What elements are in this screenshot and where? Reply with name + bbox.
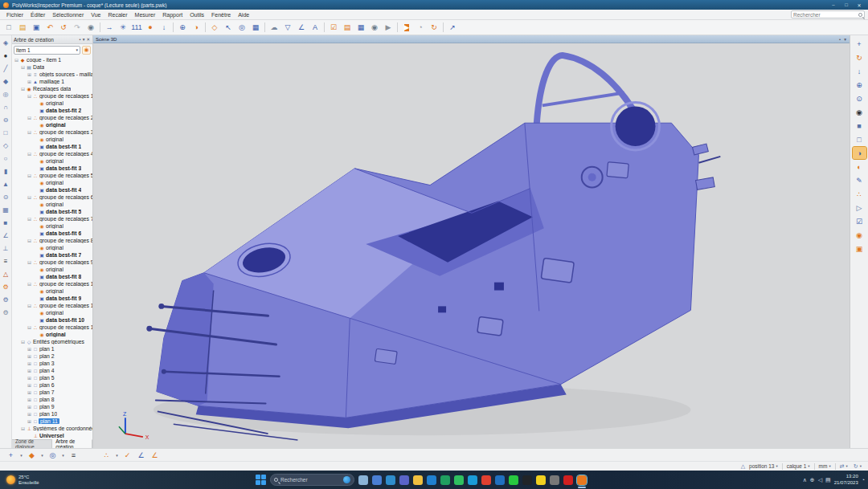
tree-item[interactable]: ⊟ ◇ Entités géométriques bbox=[12, 338, 92, 345]
gear-wheel-icon[interactable]: ⚙ bbox=[1, 308, 11, 318]
probe-point-button[interactable]: ▽ bbox=[281, 21, 294, 34]
slot-icon[interactable]: ⊖ bbox=[1, 115, 11, 125]
hand-pick-button[interactable]: ▷ bbox=[853, 202, 866, 214]
units-dropdown[interactable]: mm ▾ bbox=[817, 463, 833, 469]
probe-position-button[interactable]: + bbox=[5, 449, 17, 461]
zoom-out-button[interactable]: ⊙ bbox=[853, 92, 866, 104]
tree-item[interactable]: ⊞ □ plan 2 bbox=[12, 352, 92, 360]
tree-item[interactable]: ⊟ ∴ groupe de recalages 8 bbox=[12, 237, 92, 244]
tree-item[interactable]: ▣ data best-fit 9 bbox=[12, 295, 92, 302]
teamviewer-icon[interactable] bbox=[468, 475, 477, 485]
tree-item[interactable]: ◉ original bbox=[12, 100, 92, 107]
probe-target-caret[interactable]: ▾ bbox=[60, 449, 66, 461]
maximize-button[interactable]: □ bbox=[841, 1, 852, 9]
tree-item[interactable]: ◉ original bbox=[12, 157, 92, 165]
panel-tab[interactable]: Zone de dialogue bbox=[12, 440, 52, 448]
tree-item[interactable]: ◉ original bbox=[12, 222, 92, 230]
menu-item[interactable]: Éditer bbox=[27, 11, 48, 18]
sphere-icon[interactable]: ⊙ bbox=[1, 192, 11, 202]
zoom-tool-button[interactable]: ◎ bbox=[235, 21, 248, 34]
tree-item[interactable]: ⊟ ∴ groupe de recalages 6 bbox=[12, 194, 92, 201]
flag-deviation-button[interactable]: ◐ bbox=[853, 161, 866, 173]
surface-icon[interactable]: ◆ bbox=[1, 76, 11, 87]
tree-expander-icon[interactable]: ⊟ bbox=[20, 426, 26, 431]
tree-item[interactable]: ⊞ ▲ maillage 1 bbox=[12, 78, 92, 85]
pan-view-button[interactable]: + bbox=[853, 38, 866, 50]
arc-icon[interactable]: ∩ bbox=[1, 102, 11, 112]
android-app-icon[interactable] bbox=[454, 475, 464, 485]
tree-item[interactable]: ▣ data best-fit 3 bbox=[12, 165, 92, 172]
volume-icon[interactable]: ◁ bbox=[818, 477, 822, 483]
tree-item[interactable]: ⊞ □ plan 5 bbox=[12, 374, 92, 381]
tree-expander-icon[interactable]: ⊞ bbox=[27, 346, 32, 352]
search-input[interactable] bbox=[793, 12, 858, 18]
tree-expander-icon[interactable]: ⊟ bbox=[27, 151, 32, 157]
menu-item[interactable]: Outils bbox=[186, 11, 207, 18]
cube-icon[interactable]: ■ bbox=[1, 218, 11, 228]
tree-item[interactable]: ◉ original bbox=[12, 244, 92, 251]
tree-item[interactable]: ⊟ ◆ coque - item 1 bbox=[12, 56, 92, 63]
tree-expander-icon[interactable]: ⊞ bbox=[27, 382, 32, 388]
menu-item[interactable]: Fenêtre bbox=[208, 11, 234, 18]
tree-item[interactable]: ⊞ □ plan 1 bbox=[12, 345, 92, 352]
task-view-icon[interactable] bbox=[358, 475, 368, 485]
tree-item[interactable]: ◉ original bbox=[12, 287, 92, 295]
grid-icon[interactable]: ▦ bbox=[1, 205, 11, 215]
tree-expander-icon[interactable]: ⊟ bbox=[27, 216, 32, 222]
tree-item[interactable]: ◉ original bbox=[12, 331, 92, 338]
tree-item[interactable]: ⊞ □ plan 6 bbox=[12, 381, 92, 389]
widgets-icon[interactable] bbox=[372, 475, 382, 485]
probe-angle-button[interactable]: ∠ bbox=[295, 21, 308, 34]
tree-expander-icon[interactable]: ⊞ bbox=[27, 361, 32, 366]
chrome-icon[interactable] bbox=[481, 475, 491, 485]
cone-icon[interactable]: ▲ bbox=[1, 179, 11, 189]
tray-folder-icon[interactable]: ▤ bbox=[825, 477, 831, 483]
standard-views-button[interactable]: □ bbox=[853, 133, 866, 145]
sticky-notes-icon[interactable] bbox=[536, 475, 546, 485]
tree-expander-icon[interactable]: ⊟ bbox=[27, 129, 32, 135]
cylinder-icon[interactable]: ▮ bbox=[1, 166, 11, 177]
clamp-button[interactable]: ≡ bbox=[68, 449, 80, 461]
save-button[interactable]: ▣ bbox=[30, 21, 43, 34]
import-data-button[interactable]: → bbox=[103, 21, 116, 34]
tree-expander-icon[interactable]: ⊞ bbox=[27, 389, 32, 395]
tree-expander-icon[interactable]: ⊞ bbox=[27, 397, 32, 402]
menu-item[interactable]: Rapport bbox=[159, 11, 186, 18]
taskbar-clock[interactable]: 13:20 21/07/2023 bbox=[834, 474, 858, 485]
point-check-button[interactable]: ✓ bbox=[121, 449, 133, 461]
tree-expander-icon[interactable]: ⊟ bbox=[27, 194, 32, 200]
menu-item[interactable]: Recaler bbox=[104, 11, 130, 18]
tree-item[interactable]: ⊟ ∴ groupe de recalages 10 bbox=[12, 280, 92, 287]
cube-view-button[interactable]: ■ bbox=[853, 120, 866, 132]
tree-item[interactable]: ⊟ ∴ groupe de recalages 7 bbox=[12, 215, 92, 222]
taskbar-search[interactable]: Rechercher bbox=[270, 474, 354, 486]
probe-device-button[interactable]: ↓ bbox=[158, 21, 170, 34]
annotation-button[interactable]: A bbox=[309, 21, 321, 34]
polygon-icon[interactable]: ◇ bbox=[1, 141, 11, 151]
tree-item[interactable]: ▣ data best-fit 4 bbox=[12, 186, 92, 194]
probe-position-caret[interactable]: ▾ bbox=[18, 449, 24, 461]
file-explorer-icon[interactable] bbox=[413, 475, 423, 485]
tree-item[interactable]: ◉ original bbox=[12, 309, 92, 316]
ellipse-icon[interactable]: ○ bbox=[1, 153, 11, 164]
menu-item[interactable]: Vue bbox=[88, 11, 104, 18]
position-dropdown[interactable]: position 13 ▾ bbox=[747, 463, 780, 469]
spray-paint-caret[interactable]: ▾ bbox=[39, 449, 45, 461]
tree-item[interactable]: ⊟ ∴ groupe de recalages 11 bbox=[12, 302, 92, 309]
tree-item[interactable]: ⊟ ∴ groupe de recalages 9 bbox=[12, 259, 92, 266]
tree-expander-icon[interactable]: ⊟ bbox=[27, 303, 32, 308]
tree-expander-icon[interactable]: ⊟ bbox=[14, 57, 19, 63]
polyline-alt-button[interactable]: ∠ bbox=[149, 449, 161, 461]
tree-item[interactable]: ◉ original bbox=[12, 136, 92, 143]
disc-icon[interactable]: ◎ bbox=[1, 89, 11, 100]
vector-icon[interactable]: ∠ bbox=[1, 230, 11, 241]
tree-expander-icon[interactable]: ⊞ bbox=[27, 353, 32, 359]
tree-filter-button[interactable]: ◉ bbox=[82, 46, 91, 55]
rotate-view-button[interactable]: ↻ bbox=[853, 51, 866, 63]
play-macro-button[interactable]: ▶ bbox=[400, 21, 413, 34]
open-project-button[interactable]: ▤ bbox=[16, 21, 29, 34]
visibility-eye-button[interactable]: ◉ bbox=[853, 106, 866, 118]
polyline-button[interactable]: ∠ bbox=[135, 449, 147, 461]
globe-align-button[interactable]: ⊕ bbox=[176, 21, 189, 34]
rectangle-icon[interactable]: □ bbox=[1, 128, 11, 138]
